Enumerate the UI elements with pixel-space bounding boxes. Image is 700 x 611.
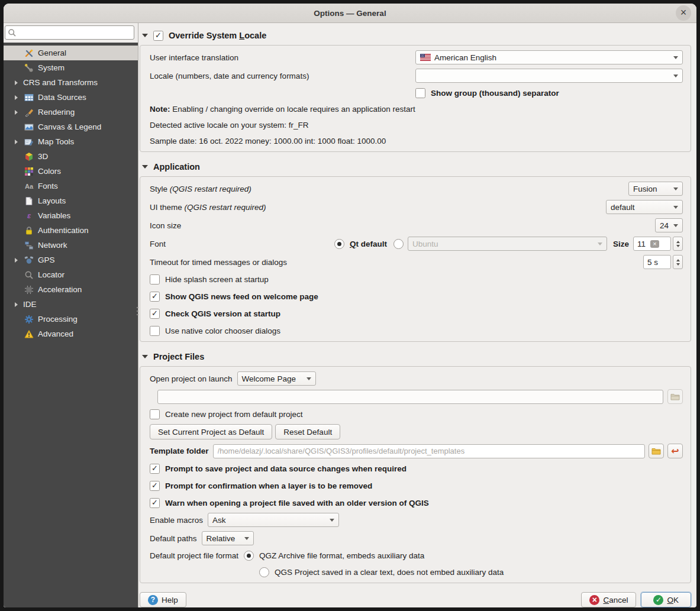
ui-translation-select[interactable]: American English [415, 50, 683, 64]
set-current-default-button[interactable]: Set Current Project as Default [150, 424, 272, 439]
sidebar-item-colors[interactable]: Colors [4, 164, 138, 179]
search-icon [8, 28, 17, 39]
search-input[interactable] [20, 27, 134, 38]
dialog-button-row: Help Cancel OK [138, 592, 691, 607]
specific-project-path-input[interactable] [157, 390, 663, 404]
expand-arrow-icon[interactable] [15, 95, 18, 100]
browse-project-folder-icon [667, 389, 683, 404]
settings-sidebar: General System CRS and Transforms Data S… [4, 23, 138, 607]
sidebar-item-processing[interactable]: Processing [4, 312, 138, 326]
enable-macros-label: Enable macros [150, 516, 203, 525]
browse-template-folder-icon[interactable] [649, 444, 664, 458]
sidebar-item-map-tools[interactable]: Map Tools [4, 134, 138, 149]
sidebar-item-locator[interactable]: Locator [4, 267, 138, 282]
expand-arrow-icon[interactable] [15, 258, 18, 263]
sidebar-item-3d[interactable]: 3D [4, 149, 138, 164]
native-color-label[interactable]: Use native color chooser dialogs [165, 326, 280, 335]
qgz-format-label[interactable]: QGZ Archive file format, embeds auxiliar… [259, 551, 424, 560]
sidebar-item-network[interactable]: Network [4, 238, 138, 253]
chevron-down-icon [673, 206, 678, 209]
news-feed-checkbox[interactable] [150, 292, 160, 302]
sidebar-item-layouts[interactable]: Layouts [4, 193, 138, 208]
reset-template-folder-icon[interactable] [667, 444, 683, 458]
locale-format-select[interactable] [415, 69, 683, 83]
hide-splash-label[interactable]: Hide splash screen at startup [165, 275, 269, 284]
expand-arrow-icon[interactable] [15, 140, 18, 144]
enable-macros-select[interactable]: Ask [208, 513, 339, 527]
prompt-layer-removal-label[interactable]: Prompt for confirmation when a layer is … [165, 481, 372, 490]
check-version-label[interactable]: Check QGIS version at startup [165, 309, 280, 318]
sidebar-item-fonts[interactable]: Aa Fonts [4, 179, 138, 193]
group-separator-label[interactable]: Show group (thousand) separator [431, 89, 559, 98]
icon-size-label: Icon size [150, 221, 181, 230]
warn-older-version-label[interactable]: Warn when opening a project file saved w… [165, 499, 429, 507]
qgs-format-label[interactable]: QGS Project saved in a clear text, does … [275, 568, 504, 577]
template-folder-input[interactable] [213, 444, 645, 458]
section-override-system-locale: Override System Locale User interface tr… [138, 30, 691, 152]
acceleration-icon [23, 285, 35, 295]
create-from-default-label[interactable]: Create new project from default project [165, 410, 303, 419]
check-version-checkbox[interactable] [150, 309, 160, 319]
locale-format-label: Locale (numbers, date and currency forma… [150, 72, 309, 80]
colors-icon [23, 167, 35, 176]
group-separator-checkbox[interactable] [415, 88, 425, 98]
sidebar-item-ide[interactable]: IDE [4, 297, 138, 312]
section-title: Project Files [153, 352, 204, 361]
map-tools-icon [23, 137, 35, 147]
sidebar-item-rendering[interactable]: Rendering [4, 105, 138, 119]
reset-default-button[interactable]: Reset Default [275, 424, 340, 439]
ui-theme-select[interactable]: default [606, 200, 683, 214]
native-color-checkbox[interactable] [150, 326, 160, 336]
qgz-format-radio[interactable] [244, 551, 254, 561]
sidebar-item-general[interactable]: General [4, 46, 138, 60]
default-paths-select[interactable]: Relative [202, 531, 254, 545]
qt-default-font-label[interactable]: Qt default [350, 240, 387, 248]
override-locale-checkbox[interactable] [153, 31, 163, 41]
sidebar-item-gps[interactable]: GPS [4, 253, 138, 267]
spin-down-icon[interactable] [676, 245, 680, 247]
cancel-button[interactable]: Cancel [581, 592, 636, 607]
sidebar-item-variables[interactable]: ε Variables [4, 208, 138, 223]
sidebar-item-crs-and-transforms[interactable]: CRS and Transforms [4, 75, 138, 90]
sidebar-item-acceleration[interactable]: Acceleration [4, 282, 138, 297]
options-dialog: Options — General General System CR [4, 4, 696, 607]
prompt-layer-removal-checkbox[interactable] [150, 481, 160, 491]
spin-down-icon[interactable] [676, 263, 680, 266]
collapse-arrow-icon[interactable] [142, 355, 148, 358]
expand-arrow-icon[interactable] [15, 80, 18, 85]
help-button[interactable]: Help [140, 592, 186, 607]
layouts-icon [23, 196, 35, 206]
prompt-save-checkbox[interactable] [150, 464, 160, 474]
ok-button[interactable]: OK [641, 592, 691, 607]
icon-size-select[interactable]: 24 [655, 218, 683, 232]
chevron-down-icon [673, 224, 678, 227]
qgs-format-radio[interactable] [259, 567, 269, 577]
warn-older-version-checkbox[interactable] [150, 498, 160, 508]
sidebar-item-canvas-legend[interactable]: Canvas & Legend [4, 119, 138, 134]
template-folder-label: Template folder [150, 447, 209, 455]
hide-splash-checkbox[interactable] [150, 274, 160, 285]
sidebar-item-data-sources[interactable]: Data Sources [4, 90, 138, 105]
custom-font-radio[interactable] [393, 239, 404, 249]
expand-arrow-icon[interactable] [15, 302, 18, 307]
expand-arrow-icon[interactable] [15, 110, 18, 115]
window-title: Options — General [314, 9, 386, 18]
qt-default-font-radio[interactable] [334, 239, 344, 249]
section-title: Override System Locale [169, 31, 266, 40]
spin-up-icon[interactable] [676, 259, 680, 261]
sidebar-item-advanced[interactable]: Advanced [4, 326, 138, 341]
news-feed-label[interactable]: Show QGIS news feed on welcome page [165, 292, 318, 301]
prompt-save-label[interactable]: Prompt to save project and data source c… [165, 464, 407, 473]
open-project-select[interactable]: Welcome Page [237, 371, 316, 386]
spin-up-icon[interactable] [676, 241, 680, 243]
sidebar-item-authentication[interactable]: Authentication [4, 223, 138, 238]
sidebar-item-system[interactable]: System [4, 60, 138, 75]
collapse-arrow-icon[interactable] [142, 165, 148, 169]
clear-icon[interactable] [650, 240, 659, 248]
close-icon[interactable] [676, 5, 691, 21]
collapse-arrow-icon[interactable] [142, 34, 148, 37]
locale-note: Note: Enabling / changing override on lo… [150, 105, 415, 114]
style-select[interactable]: Fusion [628, 182, 683, 196]
create-from-default-checkbox[interactable] [150, 409, 160, 419]
open-project-label: Open project on launch [150, 374, 233, 383]
